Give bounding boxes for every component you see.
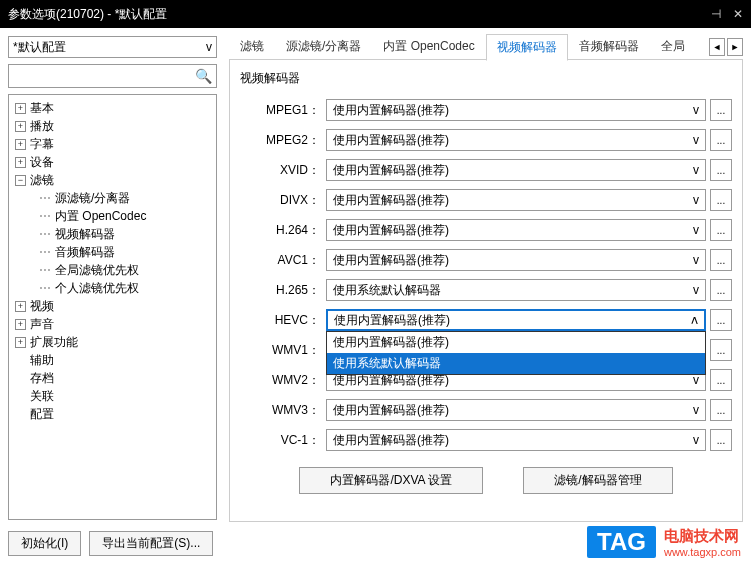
settings-tree[interactable]: +基本+播放+字幕+设备−滤镜源滤镜/分离器内置 OpenCodec视频解码器音… (8, 94, 217, 520)
chevron-down-icon: ʌ (691, 313, 698, 327)
chevron-down-icon: v (693, 283, 699, 297)
footer: 初始化(I) 导出当前配置(S)... (8, 531, 213, 556)
decoder-row: H.264：使用内置解码器(推荐)v... (240, 219, 732, 241)
tab[interactable]: 视频解码器 (486, 34, 568, 61)
chevron-down-icon: v (693, 223, 699, 237)
tree-item-label: 设备 (30, 154, 54, 171)
decoder-select[interactable]: 使用内置解码器(推荐)v (326, 249, 706, 271)
tree-toggle-icon[interactable]: + (15, 103, 26, 114)
tree-item-label: 配置 (30, 406, 54, 423)
decoder-more-button[interactable]: ... (710, 399, 732, 421)
tree-toggle-icon[interactable]: − (15, 175, 26, 186)
tree-item[interactable]: 关联 (11, 387, 214, 405)
decoder-row: DIVX：使用内置解码器(推荐)v... (240, 189, 732, 211)
search-input[interactable] (13, 69, 195, 83)
decoder-more-button[interactable]: ... (710, 219, 732, 241)
decoder-more-button[interactable]: ... (710, 159, 732, 181)
tree-child-item[interactable]: 全局滤镜优先权 (11, 261, 214, 279)
tab-scroll-left[interactable]: ◄ (709, 38, 725, 56)
tree-toggle-icon[interactable]: + (15, 337, 26, 348)
decoder-value: 使用内置解码器(推荐) (333, 432, 449, 449)
decoder-more-button[interactable]: ... (710, 249, 732, 271)
decoder-select[interactable]: 使用内置解码器(推荐)v (326, 429, 706, 451)
tab[interactable]: 源滤镜/分离器 (275, 33, 372, 60)
tree-toggle-icon[interactable]: + (15, 301, 26, 312)
tree-item-label: 字幕 (30, 136, 54, 153)
decoder-select[interactable]: 使用内置解码器(推荐)v (326, 99, 706, 121)
tab[interactable]: 内置 OpenCodec (372, 33, 485, 60)
decoder-select[interactable]: 使用内置解码器(推荐)v (326, 219, 706, 241)
chevron-down-icon: v (206, 40, 212, 54)
decoder-more-button[interactable]: ... (710, 309, 732, 331)
search-box[interactable]: 🔍 (8, 64, 217, 88)
preset-select[interactable]: *默认配置 v (8, 36, 217, 58)
tree-item[interactable]: 辅助 (11, 351, 214, 369)
tree-item[interactable]: +基本 (11, 99, 214, 117)
decoder-more-button[interactable]: ... (710, 99, 732, 121)
left-panel: *默认配置 v 🔍 +基本+播放+字幕+设备−滤镜源滤镜/分离器内置 OpenC… (0, 28, 225, 528)
decoder-row: HEVC：使用内置解码器(推荐)ʌ...使用内置解码器(推荐)使用系统默认解码器 (240, 309, 732, 331)
pin-icon[interactable]: ⊣ (711, 7, 721, 21)
chevron-down-icon: v (693, 133, 699, 147)
decoder-more-button[interactable]: ... (710, 429, 732, 451)
panel-title: 视频解码器 (240, 70, 732, 87)
decoder-select[interactable]: 使用内置解码器(推荐)v (326, 159, 706, 181)
decoder-select[interactable]: 使用内置解码器(推荐)ʌ (326, 309, 706, 331)
decoder-more-button[interactable]: ... (710, 339, 732, 361)
tree-child-item[interactable]: 视频解码器 (11, 225, 214, 243)
decoder-select[interactable]: 使用内置解码器(推荐)v (326, 129, 706, 151)
decoder-more-button[interactable]: ... (710, 189, 732, 211)
tree-item[interactable]: +扩展功能 (11, 333, 214, 351)
tree-item-label: 辅助 (30, 352, 54, 369)
tree-item[interactable]: 存档 (11, 369, 214, 387)
decoder-label: H.264： (240, 222, 320, 239)
tree-item[interactable]: 配置 (11, 405, 214, 423)
decoder-more-button[interactable]: ... (710, 369, 732, 391)
tab[interactable]: 滤镜 (229, 33, 275, 60)
close-icon[interactable]: ✕ (733, 7, 743, 21)
preset-value: *默认配置 (13, 39, 66, 56)
search-icon[interactable]: 🔍 (195, 68, 212, 84)
tree-item[interactable]: +设备 (11, 153, 214, 171)
tree-item[interactable]: +字幕 (11, 135, 214, 153)
decoder-label: H.265： (240, 282, 320, 299)
dxva-settings-button[interactable]: 内置解码器/DXVA 设置 (299, 467, 483, 494)
decoder-more-button[interactable]: ... (710, 279, 732, 301)
export-config-button[interactable]: 导出当前配置(S)... (89, 531, 213, 556)
initialize-button[interactable]: 初始化(I) (8, 531, 81, 556)
tree-item[interactable]: +视频 (11, 297, 214, 315)
chevron-down-icon: v (693, 433, 699, 447)
tab[interactable]: 音频解码器 (568, 33, 650, 60)
tree-toggle-icon[interactable]: + (15, 319, 26, 330)
decoder-select[interactable]: 使用内置解码器(推荐)v (326, 399, 706, 421)
tree-toggle-icon[interactable]: + (15, 157, 26, 168)
decoder-value: 使用内置解码器(推荐) (333, 102, 449, 119)
tree-child-item[interactable]: 个人滤镜优先权 (11, 279, 214, 297)
tree-child-item[interactable]: 内置 OpenCodec (11, 207, 214, 225)
decoder-label: HEVC： (240, 312, 320, 329)
tree-toggle-icon[interactable]: + (15, 139, 26, 150)
decoder-select[interactable]: 使用系统默认解码器v (326, 279, 706, 301)
right-panel: ◄ ► 滤镜源滤镜/分离器内置 OpenCodec视频解码器音频解码器全局 视频… (225, 28, 751, 528)
tree-toggle-icon[interactable]: + (15, 121, 26, 132)
tree-child-item[interactable]: 源滤镜/分离器 (11, 189, 214, 207)
tree-item[interactable]: +播放 (11, 117, 214, 135)
decoder-label: XVID： (240, 162, 320, 179)
filter-manage-button[interactable]: 滤镜/解码器管理 (523, 467, 672, 494)
tree-item[interactable]: −滤镜 (11, 171, 214, 189)
tree-item[interactable]: +声音 (11, 315, 214, 333)
tab-scroll-right[interactable]: ► (727, 38, 743, 56)
decoder-row: H.265：使用系统默认解码器v... (240, 279, 732, 301)
decoder-label: AVC1： (240, 252, 320, 269)
decoder-value: 使用内置解码器(推荐) (333, 402, 449, 419)
decoder-more-button[interactable]: ... (710, 129, 732, 151)
decoder-select[interactable]: 使用内置解码器(推荐)v (326, 189, 706, 211)
decoder-row: AVC1：使用内置解码器(推荐)v... (240, 249, 732, 271)
decoder-value: 使用系统默认解码器 (333, 282, 441, 299)
tree-child-item[interactable]: 音频解码器 (11, 243, 214, 261)
decoder-label: VC-1： (240, 432, 320, 449)
tree-item-label: 存档 (30, 370, 54, 387)
dropdown-item[interactable]: 使用内置解码器(推荐) (327, 332, 705, 353)
tab[interactable]: 全局 (650, 33, 696, 60)
dropdown-item[interactable]: 使用系统默认解码器 (327, 353, 705, 374)
